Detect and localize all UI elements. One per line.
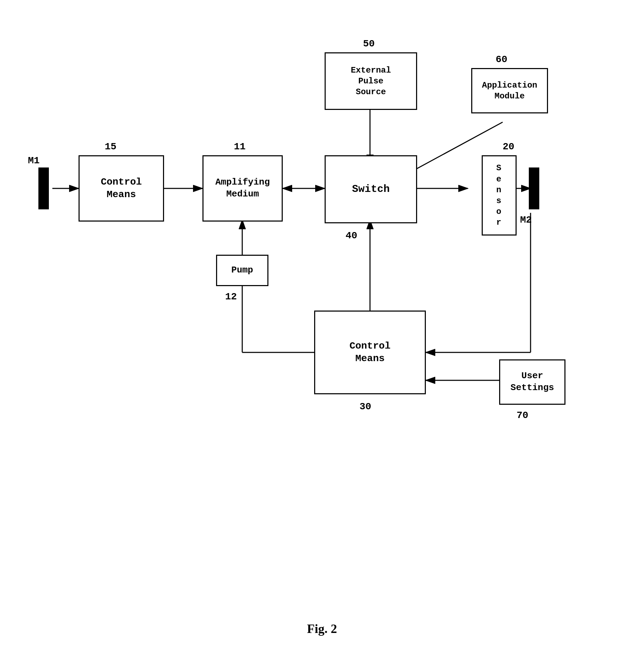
sensor-label: Sensor (496, 163, 502, 228)
control-means-15-label: ControlMeans (101, 176, 142, 201)
m2-label: M2 (520, 215, 532, 225)
number-20: 20 (503, 141, 515, 152)
control-means-30-label: ControlMeans (349, 340, 391, 365)
number-12: 12 (225, 291, 237, 302)
amplifying-medium-label: AmplifyingMedium (215, 177, 270, 200)
m2-mirror (529, 167, 539, 209)
switch-box: Switch (325, 155, 417, 223)
number-40: 40 (346, 230, 357, 241)
figure-label: Fig. 2 (307, 621, 337, 636)
user-settings-box: UserSettings (499, 359, 565, 405)
m1-label: M1 (28, 155, 40, 166)
external-pulse-source-box: ExternalPulseSource (325, 52, 417, 110)
number-15: 15 (105, 141, 117, 152)
control-means-30-box: ControlMeans (314, 311, 426, 394)
application-module-box: ApplicationModule (471, 68, 548, 113)
amplifying-medium-box: AmplifyingMedium (202, 155, 283, 222)
number-11: 11 (234, 141, 246, 152)
external-pulse-source-label: ExternalPulseSource (351, 65, 391, 98)
number-50: 50 (363, 38, 375, 49)
number-60: 60 (496, 54, 508, 65)
application-module-label: ApplicationModule (482, 80, 537, 102)
diagram-container: M1 ControlMeans 15 AmplifyingMedium 11 P… (17, 17, 627, 628)
sensor-box: Sensor (482, 155, 517, 236)
switch-label: Switch (352, 182, 390, 196)
m1-mirror (38, 167, 49, 209)
number-70: 70 (517, 410, 528, 421)
pump-label: Pump (231, 264, 253, 276)
number-30: 30 (360, 401, 371, 412)
user-settings-label: UserSettings (511, 370, 554, 394)
control-means-15-box: ControlMeans (79, 155, 164, 222)
pump-box: Pump (216, 255, 268, 286)
